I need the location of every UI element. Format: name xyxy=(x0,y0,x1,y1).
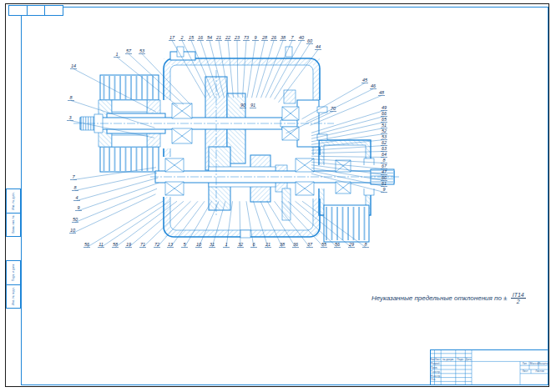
margin-cell: Взам. инв. № xyxy=(7,213,20,237)
margin-cell: Инв. № подл. xyxy=(7,284,20,309)
title-block-label: Разраб. xyxy=(431,362,441,365)
reference-stamp xyxy=(8,5,63,16)
margin-table-upper: Инв. № дубл. Взам. инв. № xyxy=(6,188,21,237)
margin-label: Инв. № подл. xyxy=(12,287,15,305)
tolerance-fraction: IT14 2 xyxy=(511,292,526,305)
title-block-label: Утв. xyxy=(431,378,436,381)
tolerance-note-text: Неуказанные предельные отклонения по ± xyxy=(372,294,507,302)
title-block-label: Масштаб xyxy=(538,362,548,365)
margin-label: Взам. инв. № xyxy=(12,215,15,234)
title-block-label: Лист xyxy=(523,369,528,373)
drawing-sheet: Инв. № дубл. Взам. инв. № Подп. и дата И… xyxy=(0,0,556,392)
title-block-label: Пров. xyxy=(431,366,438,369)
margin-label: Подп. и дата xyxy=(12,264,15,281)
reference-stamp-cell xyxy=(27,6,45,15)
title-block-label: Дата xyxy=(465,358,471,361)
title-block-label: Т.контр. xyxy=(431,370,441,374)
reference-stamp-cell xyxy=(9,6,27,15)
title-block-label: Лист xyxy=(435,358,441,361)
title-block-label: Н.контр. xyxy=(431,374,441,378)
margin-cell: Подп. и дата xyxy=(7,261,20,284)
margin-table-lower: Подп. и дата Инв. № подл. xyxy=(6,260,21,309)
margin-label: Инв. № дубл. xyxy=(12,192,15,210)
title-block-label: Масса xyxy=(530,362,538,365)
title-block-label: № докум. xyxy=(442,358,454,361)
tolerance-denominator: 2 xyxy=(511,299,526,304)
drawing-frame xyxy=(21,7,548,385)
title-block-grid xyxy=(430,349,548,385)
tolerance-note: Неуказанные предельные отклонения по ± I… xyxy=(372,292,547,305)
margin-cell: Инв. № дубл. xyxy=(7,189,20,213)
title-block-label: Листов xyxy=(535,369,544,373)
reference-stamp-cell xyxy=(44,6,63,15)
title-block-label: Подп. xyxy=(457,358,464,361)
title-block: Изм.Лист№ докум.Подп.ДатаРазраб.Пров.Т.к… xyxy=(430,349,548,385)
tolerance-numerator: IT14 xyxy=(511,292,526,299)
title-block-label: Лит. xyxy=(523,362,528,365)
